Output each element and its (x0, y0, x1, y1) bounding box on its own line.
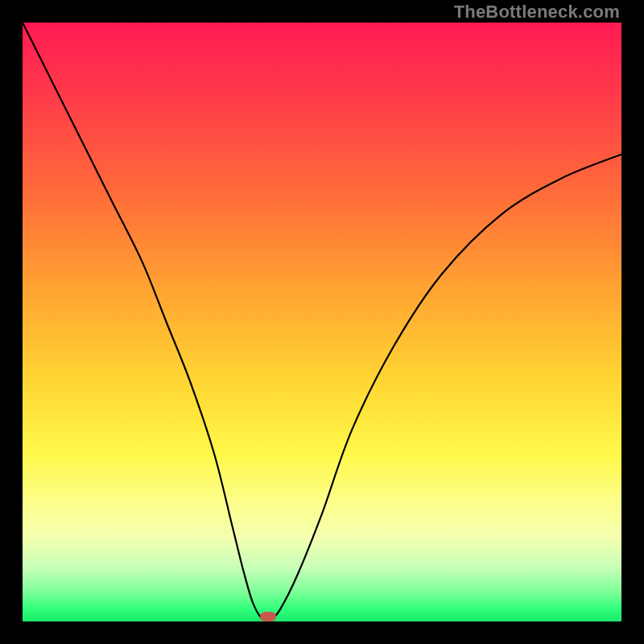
minimum-marker (260, 612, 276, 621)
bottleneck-curve (23, 23, 621, 620)
plot-area (23, 23, 621, 621)
curve-svg (23, 23, 621, 621)
chart-frame: TheBottleneck.com (0, 0, 644, 644)
watermark-text: TheBottleneck.com (454, 2, 620, 23)
